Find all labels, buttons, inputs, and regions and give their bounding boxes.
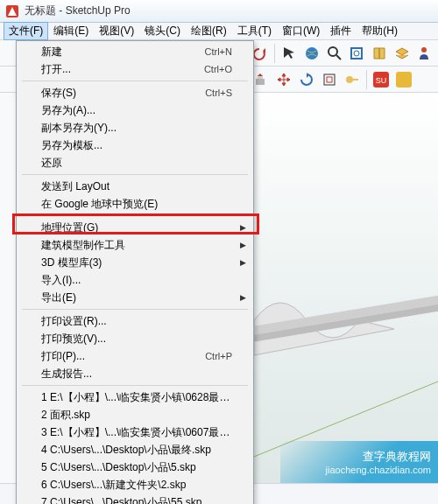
person-icon[interactable]: [413, 43, 434, 64]
menu-print-setup[interactable]: 打印设置(R)...: [17, 312, 253, 330]
title-bar: 无标题 - SketchUp Pro: [0, 0, 438, 23]
menu-draw[interactable]: 绘图(R): [186, 22, 232, 40]
menu-open[interactable]: 打开...Ctrl+O: [17, 60, 253, 78]
window-title: 无标题 - SketchUp Pro: [25, 4, 131, 18]
menu-file[interactable]: 文件(F): [4, 22, 48, 40]
submenu-arrow-icon: ▶: [240, 293, 246, 302]
menu-window[interactable]: 窗口(W): [277, 22, 325, 40]
menu-save[interactable]: 保存(S)Ctrl+S: [17, 84, 253, 102]
menu-tools[interactable]: 工具(T): [232, 22, 277, 40]
svg-point-1: [306, 47, 318, 60]
watermark: 查字典教程网 jiaocheng.chazidian.com: [280, 441, 438, 483]
svg-rect-9: [327, 77, 332, 82]
menu-import[interactable]: 导入(I)...: [17, 271, 253, 289]
svg-rect-11: [353, 79, 358, 80]
book-icon[interactable]: [369, 43, 390, 64]
menu-restore[interactable]: 还原: [17, 154, 253, 172]
submenu-arrow-icon: ▶: [240, 241, 246, 249]
svg-line-3: [336, 55, 341, 60]
menu-gen-report[interactable]: 生成报告...: [17, 365, 253, 382]
menu-preview-earth[interactable]: 在 Google 地球中预览(E): [17, 195, 253, 213]
menu-camera[interactable]: 镜头(C): [139, 22, 186, 40]
menu-recent-3[interactable]: 3 E:\【小程】\...\临安集贤小镇\0607最终.skp: [17, 424, 253, 441]
menu-help[interactable]: 帮助(H): [357, 22, 403, 40]
menu-recent-7[interactable]: 7 C:\Users\...\Desktop\小品\55.skp: [17, 494, 253, 504]
menu-send-layout[interactable]: 发送到 LayOut: [17, 178, 253, 195]
menu-save-as[interactable]: 另存为(A)...: [17, 102, 253, 119]
submenu-arrow-icon: ▶: [240, 258, 246, 267]
menu-warehouse[interactable]: 3D 模型库(3)▶: [17, 254, 253, 271]
menu-geo[interactable]: 地理位置(G)▶: [17, 219, 253, 236]
watermark-title: 查字典教程网: [363, 449, 431, 465]
svg-point-6: [421, 47, 427, 52]
menu-recent-2[interactable]: 2 面积.skp: [17, 406, 253, 424]
menu-print-preview[interactable]: 打印预览(V)...: [17, 330, 253, 347]
su-red-icon[interactable]: SU: [371, 69, 392, 90]
offset-icon[interactable]: [319, 69, 340, 90]
rotate-icon[interactable]: [296, 69, 317, 90]
menu-building-tools[interactable]: 建筑模型制作工具▶: [17, 236, 253, 254]
app-icon: [5, 4, 19, 18]
menu-save-template[interactable]: 另存为模板...: [17, 136, 253, 154]
layers-icon[interactable]: [392, 43, 413, 64]
menu-recent-1[interactable]: 1 E:\【小程】\...\临安集贤小镇\0628最终.skp: [17, 388, 253, 406]
svg-rect-8: [324, 74, 335, 85]
watermark-url: jiaocheng.chazidian.com: [326, 465, 431, 475]
globe-icon[interactable]: [301, 43, 322, 64]
select-icon[interactable]: [279, 43, 300, 64]
svg-rect-7: [256, 79, 265, 85]
svg-point-5: [354, 51, 359, 56]
menu-edit[interactable]: 编辑(E): [48, 22, 94, 40]
menu-plugins[interactable]: 插件: [325, 22, 357, 40]
menu-bar: 文件(F) 编辑(E) 视图(V) 镜头(C) 绘图(R) 工具(T) 窗口(W…: [0, 23, 438, 40]
tape-icon[interactable]: [342, 69, 363, 90]
menu-recent-6[interactable]: 6 C:\Users\...\新建文件夹\2.skp: [17, 476, 253, 494]
move-icon[interactable]: [273, 69, 294, 90]
file-menu-dropdown: 新建Ctrl+N 打开...Ctrl+O 保存(S)Ctrl+S 另存为(A).…: [16, 40, 254, 504]
menu-recent-4[interactable]: 4 C:\Users\...\Desktop\小品\最终.skp: [17, 441, 253, 458]
zoom-extents-icon[interactable]: [346, 43, 367, 64]
submenu-arrow-icon: ▶: [240, 223, 246, 232]
menu-view[interactable]: 视图(V): [94, 22, 139, 40]
app-yellow-icon[interactable]: [393, 69, 414, 90]
menu-print[interactable]: 打印(P)...Ctrl+P: [17, 347, 253, 365]
menu-export[interactable]: 导出(E)▶: [17, 289, 253, 306]
svg-point-10: [346, 76, 353, 83]
svg-point-2: [328, 47, 337, 56]
svg-text:SU: SU: [376, 76, 387, 85]
magnifier-icon[interactable]: [324, 43, 345, 64]
menu-new[interactable]: 新建Ctrl+N: [17, 43, 253, 60]
svg-rect-14: [396, 72, 412, 88]
svg-rect-4: [351, 48, 362, 59]
menu-recent-5[interactable]: 5 C:\Users\...\Desktop\小品\5.skp: [17, 458, 253, 476]
menu-save-copy[interactable]: 副本另存为(Y)...: [17, 119, 253, 136]
